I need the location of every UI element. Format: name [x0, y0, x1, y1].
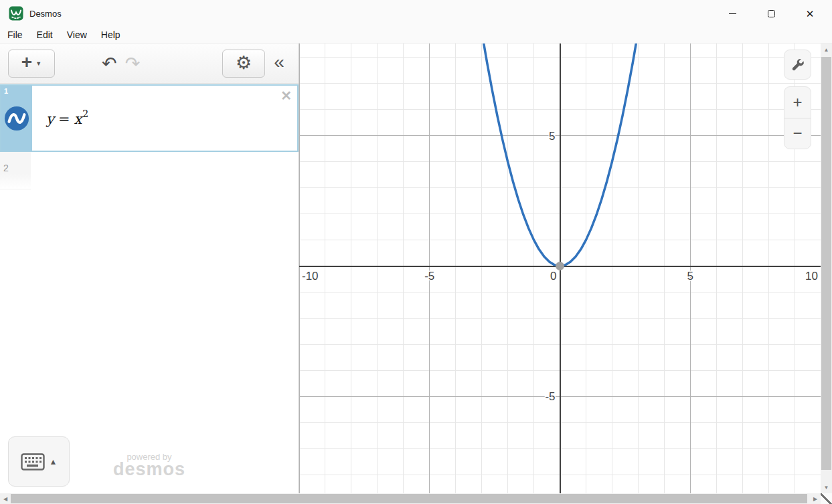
wrench-icon	[791, 58, 805, 72]
zoom-controls: + −	[784, 86, 811, 149]
zoom-in-icon: +	[793, 93, 802, 112]
scroll-left-icon[interactable]: ◀	[1, 496, 9, 502]
vertical-scrollbar-thumb[interactable]	[821, 57, 831, 470]
redo-icon[interactable]: ↷	[125, 53, 141, 74]
window-title: Desmos	[29, 9, 62, 19]
expression-input-2[interactable]	[31, 152, 299, 189]
watermark-line2: desmos	[80, 462, 218, 477]
graph-area: -10-55105-50 + −	[299, 44, 821, 493]
expression-list: 1 y=x2 ✕ 2	[0, 84, 299, 189]
close-icon: ✕	[806, 9, 815, 19]
gear-icon: ⚙	[236, 54, 252, 72]
curve-visibility-icon[interactable]	[4, 106, 29, 131]
settings-button[interactable]: ⚙	[222, 50, 265, 78]
desmos-app-icon	[9, 6, 23, 21]
collapse-icon: «	[274, 53, 284, 74]
math-equals: =	[54, 111, 74, 127]
scroll-down-icon[interactable]: ▼	[821, 485, 832, 491]
titlebar: Desmos ✕	[0, 0, 832, 27]
menu-view[interactable]: View	[60, 27, 94, 42]
expression-number-1: 1	[4, 87, 8, 95]
expression-math: y=x2	[46, 110, 88, 127]
window-controls: ✕	[713, 0, 829, 27]
minimize-button[interactable]	[713, 0, 752, 27]
caret-down-icon: ▼	[35, 60, 41, 67]
math-y: y	[46, 111, 54, 127]
collapse-panel-button[interactable]: «	[265, 50, 293, 78]
expression-row-1[interactable]: 1 y=x2 ✕	[0, 84, 299, 152]
menubar: File Edit View Help	[0, 27, 832, 44]
origin-point	[556, 262, 564, 270]
keyboard-icon	[21, 453, 45, 471]
minimize-icon	[729, 13, 736, 14]
expressions-toolbar: + ▼ ↶ ↷ ⚙ «	[0, 44, 299, 84]
axis-tick-label: -5	[545, 390, 555, 403]
maximize-button[interactable]	[752, 0, 791, 27]
math-x: x	[74, 111, 82, 127]
axis-tick-label: -10	[302, 270, 319, 282]
math-exponent: 2	[82, 108, 88, 119]
powered-by-desmos-watermark: powered by desmos	[80, 452, 218, 477]
expression-number-2: 2	[3, 163, 9, 173]
expressions-panel: + ▼ ↶ ↷ ⚙ « 1 y=x2 ✕	[0, 44, 299, 493]
undo-icon[interactable]: ↶	[102, 53, 117, 74]
axis-tick-label: 5	[549, 130, 555, 143]
expression-row-2[interactable]: 2	[0, 152, 299, 189]
zoom-out-button[interactable]: −	[784, 118, 811, 149]
menu-file[interactable]: File	[1, 27, 29, 42]
menu-edit[interactable]: Edit	[30, 27, 60, 42]
delete-expression-icon[interactable]: ✕	[280, 89, 292, 102]
axis-tick-label: 0	[550, 270, 556, 282]
zoom-in-button[interactable]: +	[784, 87, 811, 118]
maximize-icon	[768, 10, 775, 17]
add-expression-button[interactable]: + ▼	[8, 50, 55, 78]
close-button[interactable]: ✕	[791, 0, 829, 27]
expression-input-1[interactable]: y=x2 ✕	[32, 86, 297, 151]
vertical-scrollbar[interactable]: ▲ ▼	[821, 44, 832, 493]
axis-tick-label: 5	[687, 270, 693, 282]
expression-gutter-2: 2	[0, 152, 31, 189]
window-resize-grip[interactable]	[821, 493, 832, 504]
plus-icon: +	[21, 53, 32, 72]
graph-canvas[interactable]: -10-55105-50	[299, 44, 821, 493]
zoom-out-icon: −	[793, 124, 802, 143]
scroll-right-icon[interactable]: ▶	[811, 496, 819, 502]
horizontal-scrollbar-thumb[interactable]	[11, 494, 807, 503]
axis-tick-label: 10	[805, 270, 818, 282]
menu-help[interactable]: Help	[94, 27, 127, 42]
scroll-up-icon[interactable]: ▲	[821, 47, 832, 53]
keyboard-caret-icon: ▲	[50, 457, 58, 467]
show-keyboard-button[interactable]: ▲	[8, 436, 70, 487]
horizontal-scrollbar[interactable]: ◀ ▶	[0, 493, 821, 504]
axis-tick-label: -5	[424, 270, 434, 282]
graph-settings-button[interactable]	[784, 50, 811, 80]
expression-gutter-1: 1	[1, 86, 32, 151]
